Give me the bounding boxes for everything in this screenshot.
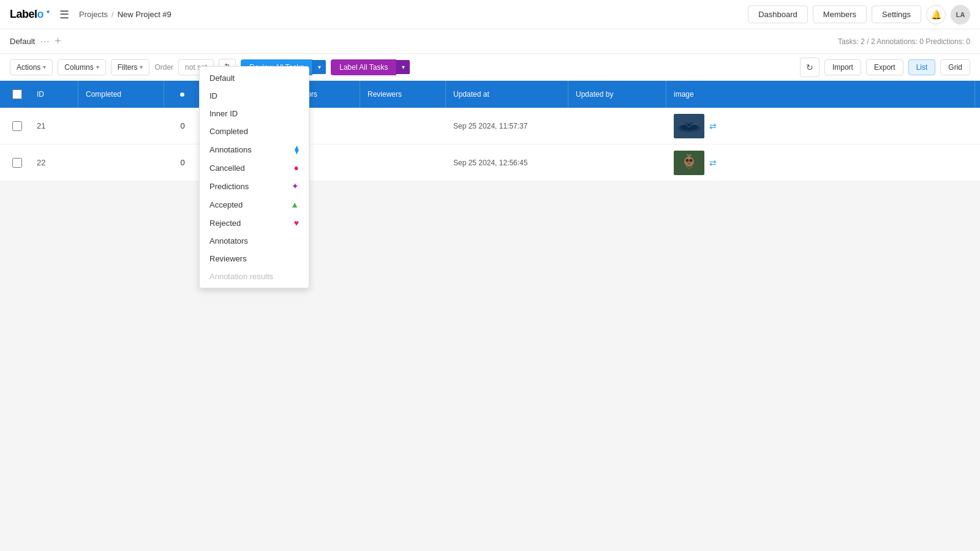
toolbar: Actions ▾ Columns ▾ Filters ▾ Order not … [0, 54, 980, 81]
row1-thumbnail [674, 114, 704, 138]
import-button[interactable]: Import [824, 59, 861, 75]
breadcrumb-separator: / [111, 10, 114, 19]
avatar: LA [951, 5, 970, 24]
row2-checkbox-cell[interactable] [5, 158, 29, 168]
columns-button[interactable]: Columns ▾ [58, 59, 105, 75]
export-button[interactable]: Export [866, 59, 903, 75]
dropdown-item-inner-id[interactable]: Inner ID [200, 105, 309, 122]
table-row: 21 0 0 0 Sep 25 2024, 11:57:37 [0, 108, 980, 144]
label-all-tasks-main[interactable]: Label All Tasks [331, 59, 396, 75]
dropdown-item-default[interactable]: Default [200, 69, 309, 87]
order-label: Order [154, 63, 173, 72]
row1-total: 0 [164, 108, 201, 144]
sub-header: Default ⋯ + Tasks: 2 / 2 Annotations: 0 … [0, 29, 980, 54]
grid-view-button[interactable]: Grid [940, 59, 970, 75]
notification-button[interactable]: 🔔 [926, 5, 946, 24]
columns-chevron: ▾ [96, 64, 99, 70]
review-all-tasks-arrow[interactable]: ▾ [312, 60, 326, 74]
table-row: 22 0 0 0 Sep 25 2024, 12:56:45 [0, 144, 980, 181]
dropdown-item-annotations[interactable]: Annotations ⧫ [200, 140, 309, 159]
select-all-checkbox[interactable] [12, 89, 22, 99]
tab-options-icon[interactable]: ⋯ [40, 36, 50, 47]
row2-thumbnail [674, 151, 704, 175]
row1-updated-by [568, 108, 666, 144]
th-total-icon: ● [164, 81, 201, 108]
dropdown-item-cancelled[interactable]: Cancelled ● [200, 159, 309, 177]
filters-button[interactable]: Filters ▾ [111, 59, 150, 75]
hamburger-icon[interactable]: ☰ [57, 6, 72, 24]
svg-point-7 [687, 162, 691, 165]
row1-reviewers [360, 108, 446, 144]
actions-label: Actions [17, 63, 40, 72]
label-all-tasks-button[interactable]: Label All Tasks ▾ [331, 59, 410, 75]
logo: Labelo ● [10, 8, 50, 21]
row2-updated-by [568, 144, 666, 181]
total-annotations-icon: ● [179, 89, 186, 100]
row1-link-icon[interactable]: ⇄ [709, 121, 717, 131]
dropdown-item-id[interactable]: ID [200, 87, 309, 105]
annotations-color-icon: ⧫ [295, 144, 299, 154]
th-updated-at: Updated at [446, 81, 568, 108]
breadcrumb-current: New Project #9 [118, 10, 172, 19]
th-updated-by: Updated by [568, 81, 666, 108]
actions-chevron: ▾ [43, 64, 46, 70]
row1-id: 21 [29, 108, 78, 144]
logo-dot: o [37, 8, 44, 20]
row2-reviewers [360, 144, 446, 181]
bell-icon: 🔔 [931, 10, 941, 20]
table-header: ID Completed ● ▲ ▼ Annotators Reviewers … [0, 81, 980, 108]
refresh-icon: ↻ [806, 62, 813, 72]
filters-chevron: ▾ [140, 64, 143, 70]
cancelled-color-icon: ● [294, 163, 299, 173]
dropdown-menu: Default ID Inner ID Completed Annotation… [199, 66, 309, 181]
row1-checkbox[interactable] [12, 121, 22, 131]
dropdown-item-completed[interactable]: Completed [200, 122, 309, 140]
actions-button[interactable]: Actions ▾ [10, 59, 53, 75]
table-container: ID Completed ● ▲ ▼ Annotators Reviewers … [0, 81, 980, 181]
th-id: ID [29, 81, 78, 108]
top-nav: Labelo ● ☰ Projects / New Project #9 Das… [0, 0, 980, 29]
th-image: image [666, 81, 975, 108]
row1-completed [78, 108, 164, 144]
row2-checkbox[interactable] [12, 158, 22, 168]
breadcrumb: Projects / New Project #9 [79, 10, 172, 19]
refresh-button[interactable]: ↻ [800, 58, 820, 77]
members-button[interactable]: Members [813, 6, 867, 23]
columns-label: Columns [64, 63, 93, 72]
nav-right: Dashboard Members Settings 🔔 LA [748, 5, 970, 24]
th-select-all[interactable] [5, 89, 29, 99]
tasks-info: Tasks: 2 / 2 Annotations: 0 Predictions:… [838, 37, 970, 46]
list-view-button[interactable]: List [908, 59, 936, 75]
row2-link-icon[interactable]: ⇄ [709, 158, 717, 168]
settings-button[interactable]: Settings [872, 6, 921, 23]
svg-point-4 [684, 157, 694, 167]
th-completed: Completed [78, 81, 164, 108]
row2-id: 22 [29, 144, 78, 181]
row2-updated-at: Sep 25 2024, 12:56:45 [446, 144, 568, 181]
breadcrumb-projects[interactable]: Projects [79, 10, 108, 19]
dropdown-item-predictions[interactable]: Predictions ✦ [200, 177, 309, 181]
row1-checkbox-cell[interactable] [5, 121, 29, 131]
tab-default[interactable]: Default [10, 37, 35, 46]
row1-image: ⇄ [666, 108, 975, 144]
th-reviewers: Reviewers [360, 81, 446, 108]
row1-updated-at: Sep 25 2024, 11:57:37 [446, 108, 568, 144]
filters-label: Filters [118, 63, 138, 72]
label-all-tasks-arrow[interactable]: ▾ [396, 60, 410, 74]
add-tab-button[interactable]: + [55, 35, 61, 48]
dashboard-button[interactable]: Dashboard [748, 6, 808, 23]
svg-point-6 [690, 159, 693, 162]
svg-point-5 [686, 159, 689, 162]
row2-completed [78, 144, 164, 181]
row2-image: ⇄ [666, 144, 975, 181]
row2-total: 0 [164, 144, 201, 181]
